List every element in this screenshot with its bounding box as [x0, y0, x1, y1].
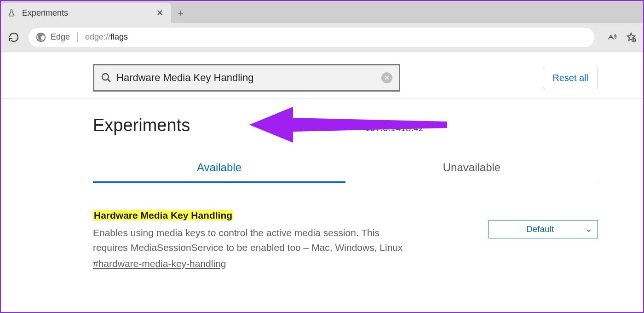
search-row: ✕ Reset all — [1, 60, 643, 96]
browser-tab[interactable]: Experiments ✕ — [1, 3, 171, 23]
flag-select-wrap: Default — [489, 210, 598, 269]
tabs-row: Available Unavailable — [93, 156, 598, 183]
search-icon — [101, 72, 112, 83]
flag-title: Hardware Media Key Handling — [93, 210, 233, 220]
page-content: ✕ Reset all Experiments 107.0.1418.42 Av… — [1, 52, 643, 269]
new-tab-button[interactable]: ＋ — [171, 3, 190, 23]
flask-icon — [7, 9, 16, 17]
url-prefix: edge:// — [85, 32, 110, 41]
favorites-icon[interactable] — [626, 32, 637, 43]
search-input[interactable] — [116, 72, 377, 84]
flag-text: Hardware Media Key Handling Enables usin… — [93, 210, 461, 269]
toolbar-right-icons — [606, 32, 637, 43]
svg-point-2 — [102, 74, 109, 80]
browser-toolbar: Edge edge://flags — [1, 23, 643, 52]
page-header: Experiments 107.0.1418.42 — [1, 99, 643, 135]
chevron-down-icon — [586, 226, 592, 232]
tab-title: Experiments — [22, 8, 155, 18]
reset-all-button[interactable]: Reset all — [543, 67, 598, 89]
refresh-icon[interactable] — [7, 31, 20, 44]
url-page: flags — [110, 32, 128, 41]
search-box[interactable]: ✕ — [93, 64, 400, 92]
address-url: edge://flags — [85, 32, 128, 42]
page-title: Experiments — [93, 116, 190, 135]
read-aloud-icon[interactable] — [606, 32, 617, 43]
flag-item: Hardware Media Key Handling Enables usin… — [93, 210, 598, 269]
flag-state-select[interactable]: Default — [489, 220, 598, 238]
flag-anchor-link[interactable]: #hardware-media-key-handling — [93, 258, 226, 269]
clear-search-icon[interactable]: ✕ — [381, 72, 392, 83]
edge-logo-icon — [36, 32, 46, 42]
version-label: 107.0.1418.42 — [365, 123, 424, 133]
flag-description: Enables using media keys to control the … — [93, 226, 415, 255]
address-bar[interactable]: Edge edge://flags — [29, 28, 594, 47]
tab-strip: Experiments ✕ ＋ — [1, 1, 643, 23]
close-tab-icon[interactable]: ✕ — [155, 8, 165, 18]
flag-select-value: Default — [526, 224, 554, 234]
address-label: Edge — [51, 32, 70, 42]
tab-available[interactable]: Available — [93, 156, 345, 183]
tab-unavailable[interactable]: Unavailable — [345, 156, 598, 183]
address-separator — [77, 32, 78, 42]
